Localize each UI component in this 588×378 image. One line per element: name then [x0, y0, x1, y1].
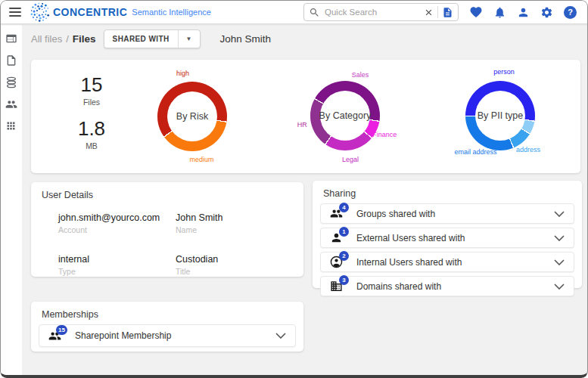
donut-chart-by-risk[interactable]: By Risk highmedium	[157, 82, 227, 151]
chevron-down-icon[interactable]	[554, 211, 565, 217]
bell-icon[interactable]	[493, 6, 506, 19]
donut-segment-label: Legal	[342, 156, 359, 163]
brand-subtitle: Semantic Intelligence	[132, 8, 211, 17]
sidebar-item-users[interactable]	[5, 98, 17, 110]
user-details-fields: john.smith@yourco.com Account John Smith…	[31, 203, 303, 276]
concentric-logo-icon	[30, 2, 50, 22]
files-stat: 15 Files	[54, 73, 129, 107]
breadcrumb-parent[interactable]: All files	[31, 33, 62, 45]
shared-with-label: SHARED WITH	[104, 30, 178, 48]
memberships-card: Memberships 15 Sharepoint Membership	[31, 302, 303, 352]
field-account: john.smith@yourco.com Account	[58, 212, 176, 234]
donut-title-by-category: By Category	[310, 81, 380, 150]
gear-icon[interactable]	[540, 6, 553, 19]
sidebar-item-apps[interactable]	[5, 120, 17, 132]
file-stats: 15 Files 1.8 MB	[54, 73, 129, 150]
count-badge: 1	[339, 227, 349, 237]
breadcrumb: All files / Files SHARED WITH ▼ John Smi…	[31, 29, 271, 48]
field-title: Custodian Title	[176, 254, 293, 276]
shared-with-dropdown[interactable]: SHARED WITH ▼	[104, 29, 201, 48]
heart-icon[interactable]	[469, 5, 483, 19]
donut-segment-label: Sales	[352, 71, 369, 79]
accordion-domains-shared-with[interactable]: 3 Domains shared with	[320, 276, 574, 296]
chevron-down-icon[interactable]: ▼	[179, 30, 200, 48]
user-details-card: User Details john.smith@yourco.com Accou…	[31, 182, 303, 277]
search-icon	[309, 7, 320, 18]
accordion-internal-users-shared-with[interactable]: 2 Internal Users shared with	[320, 252, 574, 272]
search-input[interactable]	[325, 8, 424, 17]
user-details-title: User Details	[31, 182, 303, 203]
header-actions: ?	[303, 3, 587, 21]
building-icon: 3	[330, 280, 343, 293]
files-count-label: Files	[54, 98, 129, 107]
breadcrumb-separator: /	[66, 33, 69, 45]
donut-segment-label: Finance	[372, 131, 397, 138]
count-badge: 3	[339, 275, 349, 285]
donut-title-by-pii-type: By PII type	[465, 81, 535, 150]
donut-segment-label: person	[493, 68, 515, 76]
account-circle-icon: 2	[330, 256, 343, 268]
summary-charts-card: 15 Files 1.8 MB By Risk highmedium By Ca…	[31, 60, 580, 173]
chevron-down-icon[interactable]	[554, 259, 565, 265]
chevron-down-icon[interactable]	[554, 235, 565, 241]
sidebar-item-data[interactable]	[5, 76, 17, 88]
help-icon[interactable]: ?	[564, 6, 577, 19]
top-header: CONCENTRIC Semantic Intelligence	[1, 1, 587, 24]
accordion-external-users-shared-with[interactable]: 1 External Users shared with	[320, 228, 574, 248]
memberships-title: Memberships	[31, 302, 303, 323]
donut-segment-label: email address	[454, 148, 496, 156]
count-badge: 2	[339, 251, 349, 261]
clear-search-icon[interactable]	[424, 8, 434, 17]
breadcrumb-current: Files	[73, 33, 96, 45]
accordion-sharepoint-membership[interactable]: 15 Sharepoint Membership	[39, 324, 296, 347]
chevron-down-icon[interactable]	[275, 333, 286, 339]
field-type: internal Type	[58, 254, 176, 276]
brand-logo: CONCENTRIC Semantic Intelligence	[30, 2, 211, 22]
accordion-groups-shared-with[interactable]: 4 Groups shared with	[320, 203, 574, 224]
size-value: 1.8	[54, 117, 129, 141]
page-title: John Smith	[220, 33, 272, 45]
donut-segment-label: address	[516, 146, 540, 153]
donut-chart-by-pii-type[interactable]: By PII type personaddressemail address	[465, 81, 535, 150]
files-count: 15	[54, 73, 129, 97]
groups-icon: 4	[330, 207, 343, 220]
size-stat: 1.8 MB	[54, 117, 129, 150]
field-name: John Smith Name	[176, 212, 293, 234]
sharing-title: Sharing	[313, 181, 582, 202]
hamburger-menu-icon[interactable]	[9, 8, 21, 17]
count-badge: 15	[56, 325, 67, 335]
left-sidebar	[1, 25, 22, 375]
donut-segment-label: high	[176, 70, 189, 77]
search-box	[303, 3, 459, 21]
user-icon[interactable]	[517, 6, 530, 19]
membership-rows: 15 Sharepoint Membership	[31, 323, 303, 347]
donut-segment-label: HR	[297, 121, 307, 129]
donut-title-by-risk: By Risk	[157, 82, 227, 151]
document-icon[interactable]	[442, 7, 453, 18]
brand-name: CONCENTRIC	[53, 6, 127, 18]
sharing-rows: 4 Groups shared with 1 External Users sh…	[313, 202, 582, 296]
groups-icon: 15	[48, 330, 61, 342]
sidebar-item-files[interactable]	[5, 54, 17, 67]
search-divider	[437, 6, 438, 18]
chevron-down-icon[interactable]	[554, 284, 565, 290]
count-badge: 4	[339, 203, 349, 212]
person-icon: 1	[330, 231, 343, 244]
sharing-card: Sharing 4 Groups shared with 1 External …	[313, 181, 582, 288]
app-window: CONCENTRIC Semantic Intelligence	[0, 0, 588, 378]
sidebar-item-dashboard[interactable]	[5, 33, 17, 45]
donut-chart-by-category[interactable]: By Category SalesFinanceLegalHR	[310, 81, 380, 150]
donut-segment-label: medium	[190, 156, 214, 163]
size-unit-label: MB	[54, 141, 129, 150]
